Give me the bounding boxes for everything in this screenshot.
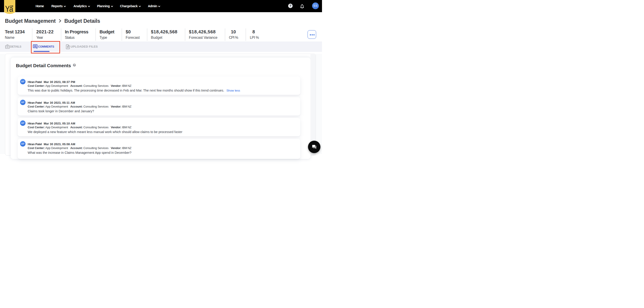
svg-text:Ya: Ya: [5, 4, 13, 13]
